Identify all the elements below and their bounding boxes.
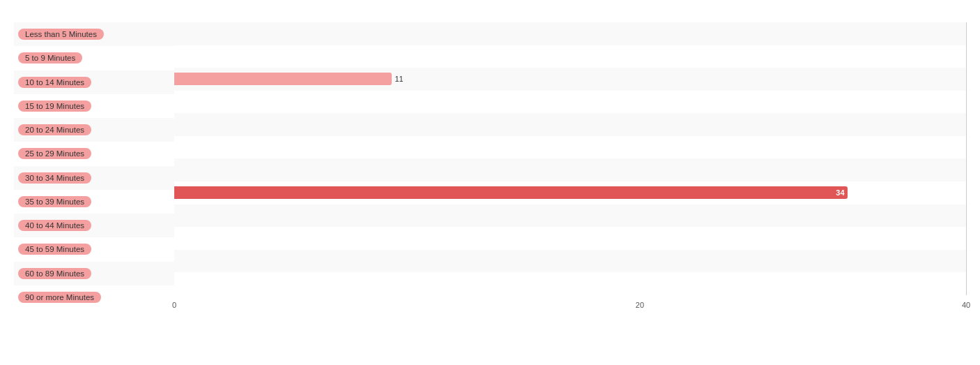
x-axis-label: 0: [172, 301, 176, 309]
bar-row: [174, 113, 966, 136]
bar-row: 11: [174, 68, 966, 91]
bar-row: [174, 136, 966, 159]
bar-normal: 11: [174, 73, 392, 85]
label-row: 25 to 29 Minutes: [14, 142, 174, 165]
label-pill: 25 to 29 Minutes: [18, 148, 91, 159]
label-pill: 10 to 14 Minutes: [18, 77, 91, 88]
bar-row: [174, 227, 966, 250]
bar-row: 34: [174, 181, 966, 204]
bar-row: [174, 250, 966, 273]
label-pill: 5 to 9 Minutes: [18, 52, 82, 64]
label-pill: 35 to 39 Minutes: [18, 196, 91, 207]
label-row: 40 to 44 Minutes: [14, 214, 174, 237]
bar-row: [174, 158, 966, 181]
label-row: 30 to 34 Minutes: [14, 166, 174, 190]
label-row: 10 to 14 Minutes: [14, 70, 174, 94]
label-pill: Less than 5 Minutes: [18, 29, 104, 40]
label-pill: 20 to 24 Minutes: [18, 124, 91, 135]
label-pill: 90 or more Minutes: [18, 292, 101, 303]
x-axis: 02040: [174, 295, 966, 309]
label-pill: 15 to 19 Minutes: [18, 100, 91, 112]
grid-line-right: [966, 22, 967, 295]
label-pill: 45 to 59 Minutes: [18, 244, 91, 255]
bar-value-outside: 11: [395, 75, 403, 83]
grid-line: [966, 22, 967, 295]
label-pill: 40 to 44 Minutes: [18, 220, 91, 231]
bar-highlight: 34: [174, 186, 848, 199]
chart-container: Less than 5 Minutes5 to 9 Minutes10 to 1…: [0, 0, 980, 365]
label-row: 90 or more Minutes: [14, 285, 174, 309]
label-row: 15 to 19 Minutes: [14, 94, 174, 118]
label-row: Less than 5 Minutes: [14, 22, 174, 46]
bar-area: 1134 02040: [174, 22, 966, 309]
bar-row: [174, 272, 966, 295]
bars-container: 1134: [174, 22, 966, 295]
label-row: 5 to 9 Minutes: [14, 46, 174, 70]
bar-row: [174, 204, 966, 228]
bar-value-inside: 34: [836, 188, 844, 197]
bar-row: [174, 45, 966, 68]
label-pill: 30 to 34 Minutes: [18, 172, 91, 184]
bar-row: [174, 91, 966, 114]
x-axis-label: 40: [962, 301, 970, 309]
x-axis-label: 20: [636, 301, 644, 309]
label-row: 20 to 24 Minutes: [14, 118, 174, 142]
bar-row: [174, 22, 966, 45]
label-pill: 60 to 89 Minutes: [18, 268, 91, 279]
y-axis-labels: Less than 5 Minutes5 to 9 Minutes10 to 1…: [14, 22, 174, 309]
label-row: 35 to 39 Minutes: [14, 190, 174, 214]
label-row: 60 to 89 Minutes: [14, 262, 174, 285]
label-row: 45 to 59 Minutes: [14, 237, 174, 261]
